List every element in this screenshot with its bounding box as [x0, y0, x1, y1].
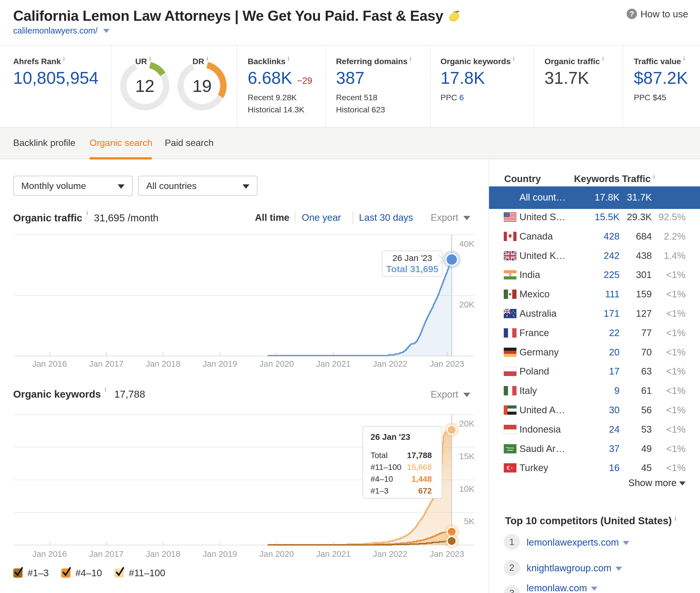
svg-text:Jan 2023: Jan 2023	[430, 359, 464, 368]
svg-text:15K: 15K	[459, 451, 474, 461]
svg-text:19: 19	[193, 76, 212, 96]
svg-text:Jan 2021: Jan 2021	[316, 359, 351, 368]
svg-text:Jan 2019: Jan 2019	[203, 359, 237, 368]
svg-text:Jan 2022: Jan 2022	[373, 549, 407, 559]
svg-text:Jan 2017: Jan 2017	[89, 359, 123, 368]
svg-text:Jan 2020: Jan 2020	[260, 359, 294, 368]
svg-text:Jan 2016: Jan 2016	[32, 359, 67, 368]
svg-text:20K: 20K	[459, 419, 474, 428]
svg-text:Jan 2019: Jan 2019	[203, 549, 237, 559]
svg-text:Jan 2023: Jan 2023	[430, 549, 464, 559]
svg-text:40K: 40K	[459, 239, 474, 248]
svg-text:Jan 2020: Jan 2020	[260, 549, 294, 559]
svg-text:5K: 5K	[464, 516, 474, 526]
svg-text:Jan 2017: Jan 2017	[89, 549, 123, 559]
svg-text:Jan 2021: Jan 2021	[316, 549, 351, 559]
svg-text:20K: 20K	[459, 300, 474, 309]
svg-text:12: 12	[135, 76, 155, 96]
svg-text:Jan 2018: Jan 2018	[146, 549, 180, 559]
svg-text:Jan 2022: Jan 2022	[373, 359, 407, 368]
svg-text:Jan 2016: Jan 2016	[32, 549, 67, 559]
svg-text:Jan 2018: Jan 2018	[146, 359, 180, 368]
svg-text:10K: 10K	[459, 484, 474, 493]
